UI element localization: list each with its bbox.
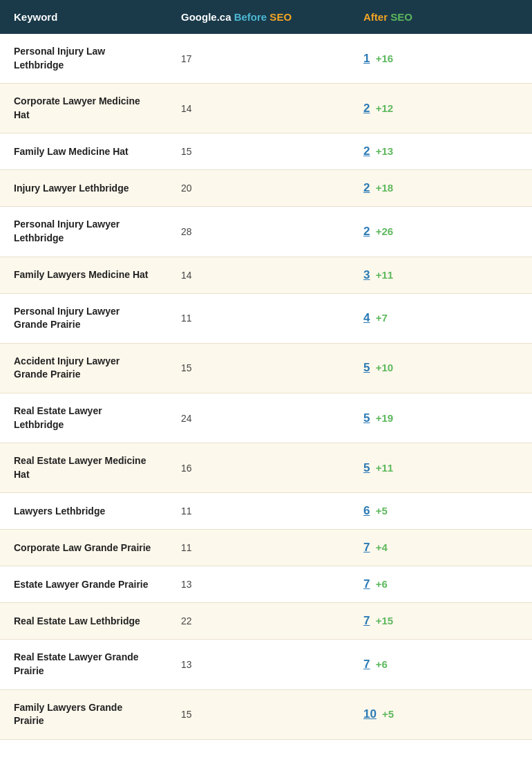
after-rank-cell: 2 +12 (350, 84, 532, 133)
after-rank-change: +18 (372, 182, 393, 194)
table-row: Family Lawyers Medicine Hat143 +11 (0, 257, 532, 293)
table-row: Personal Injury Law Lethbridge171 +16 (0, 34, 532, 84)
after-rank-change: +13 (372, 145, 393, 157)
before-rank-cell: 13 (167, 640, 350, 689)
keyword-cell: Family Law Medicine Hat (0, 133, 167, 170)
table-row: Family Lawyers Grande Prairie1510 +5 (0, 689, 532, 739)
keyword-cell: Lawyers Lethbridge (0, 493, 167, 530)
header-before-bold: Before (234, 11, 267, 23)
after-rank-change: +19 (372, 412, 393, 424)
after-rank-number: 7 (363, 614, 370, 627)
after-rank-cell: 2 +26 (350, 207, 532, 257)
after-rank-cell: 2 +13 (350, 133, 532, 170)
keyword-cell: Injury Lawyer Lethbridge (0, 170, 167, 207)
after-rank-number: 2 (363, 145, 370, 158)
after-rank-number: 2 (363, 181, 370, 194)
after-rank-number: 2 (363, 225, 370, 238)
after-rank-change: +10 (372, 362, 393, 373)
before-rank-cell: 17 (167, 34, 350, 84)
after-rank-change: +15 (372, 615, 393, 626)
before-rank-cell: 22 (167, 603, 350, 640)
after-rank-number: 5 (363, 411, 370, 425)
header-keyword: Keyword (0, 0, 167, 34)
after-rank-number: 4 (363, 311, 370, 324)
header-before-suffix: SEO (267, 11, 292, 23)
after-rank-cell: 7 +4 (350, 530, 532, 566)
table-row: Corporate Lawyer Medicine Hat142 +12 (0, 84, 532, 133)
table-row: Real Estate Lawyer Lethbridge245 +19 (0, 393, 532, 443)
before-rank-cell: 15 (167, 343, 350, 393)
table-row: Lawyers Lethbridge116 +5 (0, 493, 532, 530)
before-rank-cell: 11 (167, 493, 350, 530)
after-rank-cell: 7 +6 (350, 640, 532, 689)
after-rank-cell: 1 +16 (350, 34, 532, 84)
header-keyword-label: Keyword (14, 11, 57, 23)
after-rank-change: +16 (372, 53, 393, 64)
header-after: After SEO (350, 0, 532, 34)
keyword-cell: Family Lawyers Medicine Hat (0, 257, 167, 293)
before-rank-cell: 28 (167, 207, 350, 257)
after-rank-cell: 6 +5 (350, 493, 532, 530)
keyword-cell: Real Estate Lawyer Grande Prairie (0, 640, 167, 689)
after-rank-change: +5 (372, 505, 387, 517)
header-after-prefix: After (363, 11, 390, 23)
header-before: Google.ca Before SEO (167, 0, 350, 34)
after-rank-change: +12 (372, 102, 393, 114)
after-rank-cell: 10 +5 (350, 689, 532, 739)
after-rank-change: +11 (372, 269, 393, 281)
table-row: Real Estate Law Lethbridge227 +15 (0, 603, 532, 640)
table-row: Estate Lawyer Grande Prairie137 +6 (0, 566, 532, 603)
before-rank-cell: 14 (167, 257, 350, 293)
after-rank-change: +6 (372, 578, 387, 590)
table-row: Family Law Medicine Hat152 +13 (0, 133, 532, 170)
before-rank-cell: 24 (167, 393, 350, 443)
after-rank-cell: 7 +6 (350, 566, 532, 603)
after-rank-number: 2 (363, 102, 370, 115)
after-rank-cell: 5 +19 (350, 393, 532, 443)
keyword-cell: Personal Injury Lawyer Lethbridge (0, 207, 167, 257)
header-after-bold: SEO (390, 11, 412, 23)
after-rank-change: +5 (379, 708, 394, 720)
after-rank-number: 10 (363, 707, 377, 721)
table-row: Corporate Law Grande Prairie117 +4 (0, 530, 532, 566)
header-after-label: After SEO (363, 11, 412, 23)
after-rank-number: 5 (363, 361, 370, 374)
after-rank-cell: 3 +11 (350, 257, 532, 293)
after-rank-number: 6 (363, 504, 370, 517)
after-rank-change: +6 (372, 658, 387, 670)
after-rank-cell: 2 +18 (350, 170, 532, 207)
keyword-cell: Corporate Law Grande Prairie (0, 530, 167, 566)
table-row: Real Estate Lawyer Medicine Hat165 +11 (0, 443, 532, 493)
keyword-cell: Corporate Lawyer Medicine Hat (0, 84, 167, 133)
after-rank-number: 5 (363, 461, 370, 474)
after-rank-change: +4 (372, 541, 387, 553)
keyword-cell: Family Lawyers Grande Prairie (0, 689, 167, 739)
after-rank-change: +11 (372, 462, 393, 474)
before-rank-cell: 16 (167, 443, 350, 493)
keyword-cell: Personal Injury Law Lethbridge (0, 34, 167, 84)
table-row: Personal Injury Lawyer Grande Prairie114… (0, 293, 532, 343)
after-rank-number: 1 (363, 52, 370, 65)
keyword-cell: Personal Injury Lawyer Grande Prairie (0, 293, 167, 343)
keyword-cell: Real Estate Law Lethbridge (0, 603, 167, 640)
after-rank-cell: 5 +11 (350, 443, 532, 493)
keyword-cell: Real Estate Lawyer Medicine Hat (0, 443, 167, 493)
keyword-cell: Accident Injury Lawyer Grande Prairie (0, 343, 167, 393)
after-rank-number: 7 (363, 658, 370, 671)
before-rank-cell: 13 (167, 566, 350, 603)
header-before-prefix: Google.ca (181, 11, 234, 23)
after-rank-cell: 4 +7 (350, 293, 532, 343)
after-rank-change: +7 (372, 312, 387, 324)
before-rank-cell: 15 (167, 133, 350, 170)
table-row: Injury Lawyer Lethbridge202 +18 (0, 170, 532, 207)
after-rank-cell: 5 +10 (350, 343, 532, 393)
after-rank-number: 7 (363, 541, 370, 554)
after-rank-change: +26 (372, 225, 393, 237)
before-rank-cell: 14 (167, 84, 350, 133)
after-rank-number: 7 (363, 577, 370, 591)
seo-results-table: Keyword Google.ca Before SEO After SEO P… (0, 0, 532, 740)
table-row: Accident Injury Lawyer Grande Prairie155… (0, 343, 532, 393)
before-rank-cell: 11 (167, 293, 350, 343)
after-rank-cell: 7 +15 (350, 603, 532, 640)
before-rank-cell: 11 (167, 530, 350, 566)
